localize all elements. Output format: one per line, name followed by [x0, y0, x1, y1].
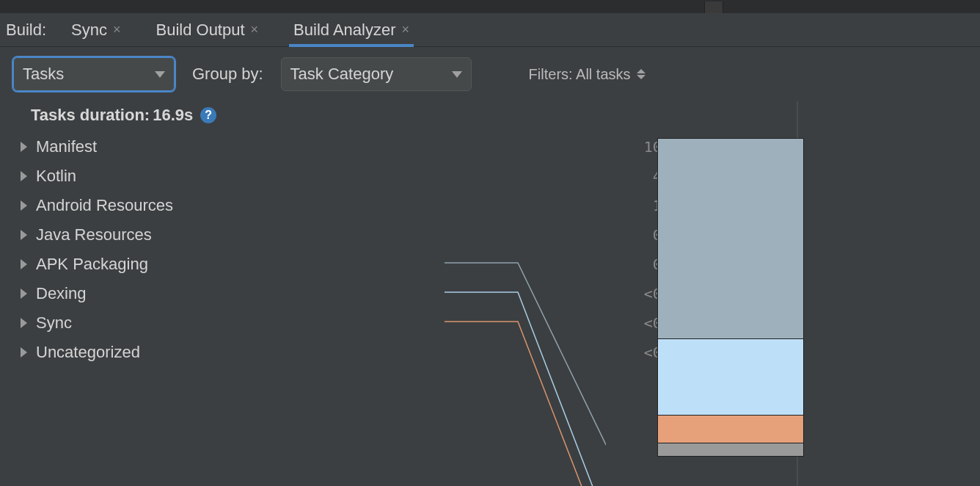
category-name: Dexing — [36, 284, 628, 303]
stacked-bar-chart — [657, 138, 804, 457]
category-name: Android Resources — [36, 196, 628, 215]
help-icon[interactable]: ? — [200, 107, 216, 123]
filters-label: Filters: All tasks — [529, 66, 631, 83]
heading-prefix: Tasks duration: — [31, 106, 150, 125]
view-dropdown-value: Tasks — [23, 65, 64, 84]
category-name: Kotlin — [36, 167, 628, 186]
chart-segment — [658, 139, 803, 338]
tab-label: Build Output — [156, 21, 244, 40]
tab-prefix: Build: — [6, 21, 46, 40]
chevron-right-icon — [21, 200, 27, 211]
category-name: Sync — [36, 313, 628, 333]
chevron-right-icon — [21, 318, 27, 328]
tasks-duration-heading: Tasks duration: 16.9s ? — [18, 101, 782, 132]
chart-segment — [658, 415, 803, 443]
chart-segment — [658, 338, 803, 414]
chevron-down-icon — [452, 71, 462, 78]
heading-value: 16.9s — [153, 106, 193, 125]
tab-build-analyzer[interactable]: Build Analyzer× — [290, 13, 412, 46]
chevron-right-icon — [21, 142, 27, 152]
window-top-strip — [0, 0, 980, 13]
group-by-dropdown[interactable]: Task Category — [281, 57, 472, 91]
group-by-label: Group by: — [192, 65, 263, 84]
chart-segment — [658, 443, 803, 456]
chevron-down-icon — [155, 71, 165, 78]
close-icon[interactable]: × — [251, 22, 259, 37]
tasks-pane: Tasks duration: 16.9s ? Manifest10.7s63.… — [0, 101, 797, 486]
close-icon[interactable]: × — [402, 22, 410, 37]
analyzer-content: Tasks duration: 16.9s ? Manifest10.7s63.… — [0, 101, 980, 486]
close-icon[interactable]: × — [113, 22, 121, 37]
analyzer-toolbar: Tasks Group by: Task Category Filters: A… — [0, 47, 980, 101]
build-tab-bar: Build: Sync×Build Output×Build Analyzer× — [0, 13, 980, 47]
category-name: Java Resources — [36, 225, 628, 244]
category-name: Manifest — [36, 137, 628, 156]
tab-sync[interactable]: Sync× — [68, 13, 123, 46]
tab-build-output[interactable]: Build Output× — [153, 13, 261, 46]
chevron-right-icon — [21, 347, 27, 358]
sort-icon — [637, 69, 646, 79]
chevron-right-icon — [21, 171, 27, 181]
chevron-right-icon — [21, 289, 27, 299]
app-root: Build: Sync×Build Output×Build Analyzer×… — [0, 0, 980, 486]
category-name: APK Packaging — [36, 255, 628, 274]
tab-label: Build Analyzer — [293, 21, 395, 40]
chevron-right-icon — [21, 259, 27, 269]
filters-selector[interactable]: Filters: All tasks — [529, 66, 646, 83]
group-by-dropdown-value: Task Category — [290, 65, 394, 84]
category-name: Uncategorized — [36, 343, 628, 362]
view-dropdown[interactable]: Tasks — [13, 57, 175, 91]
details-pane — [797, 101, 980, 486]
chevron-right-icon — [21, 230, 27, 240]
tab-label: Sync — [71, 21, 107, 40]
